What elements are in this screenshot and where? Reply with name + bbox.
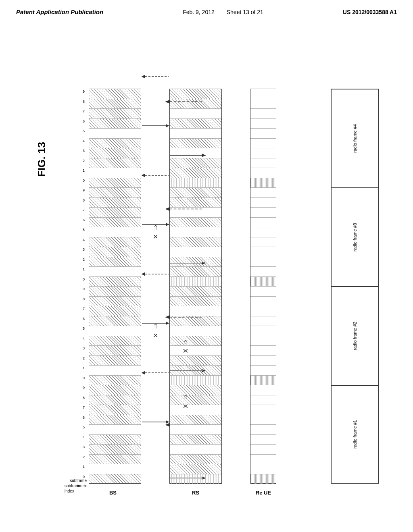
diagram-area: ⇑ ✕ ⇑ ✕ subframe index bbox=[65, 32, 387, 516]
sheet-info: Sheet 13 of 21 bbox=[227, 9, 263, 15]
radio-frame-2: radio frame #2 bbox=[331, 286, 379, 385]
header-info: Feb. 9, 2012 Sheet 13 of 21 bbox=[183, 9, 263, 15]
radio-frame-1-label: radio frame #1 bbox=[353, 420, 357, 449]
subframe-label-text: subframeindex bbox=[65, 478, 87, 488]
radio-frame-3-label: radio frame #3 bbox=[353, 223, 357, 251]
radio-frame-4: radio frame #4 bbox=[331, 89, 379, 187]
subframe-numbers: 9 8 7 6 5 4 3 2 1 0 9 8 7 6 5 4 3 2 1 0 … bbox=[65, 89, 87, 484]
rs-entity-label: RS bbox=[184, 490, 208, 496]
svg-marker-15 bbox=[165, 100, 169, 104]
bs-entity-label: BS bbox=[101, 490, 125, 496]
page-header: Patent Application Publication Feb. 9, 2… bbox=[0, 0, 413, 24]
figure-label: FIG. 13 bbox=[35, 142, 48, 177]
svg-marker-3 bbox=[165, 423, 169, 427]
svg-text:✕: ✕ bbox=[153, 233, 158, 240]
radio-frame-3: radio frame #3 bbox=[331, 187, 379, 286]
svg-text:⇑: ⇑ bbox=[153, 224, 158, 231]
patent-number: US 2012/0033588 A1 bbox=[343, 9, 397, 15]
reue-grid bbox=[250, 89, 276, 484]
publication-title: Patent Application Publication bbox=[16, 8, 103, 15]
radio-frame-2-label: radio frame #2 bbox=[353, 322, 357, 350]
rs-grid bbox=[169, 89, 222, 484]
radio-frame-1: radio frame #1 bbox=[331, 385, 379, 484]
radio-frame-4-label: radio frame #4 bbox=[353, 124, 357, 153]
svg-text:⇑: ⇑ bbox=[153, 323, 158, 330]
radio-frames-container: radio frame #1 radio frame #2 radio fram… bbox=[331, 89, 379, 484]
svg-marker-7 bbox=[165, 316, 169, 319]
svg-text:✕: ✕ bbox=[153, 332, 158, 339]
publication-date: Feb. 9, 2012 bbox=[183, 9, 215, 15]
reue-entity-label: Re UE bbox=[247, 490, 280, 496]
bs-grid bbox=[89, 89, 141, 484]
svg-marker-11 bbox=[165, 207, 169, 211]
